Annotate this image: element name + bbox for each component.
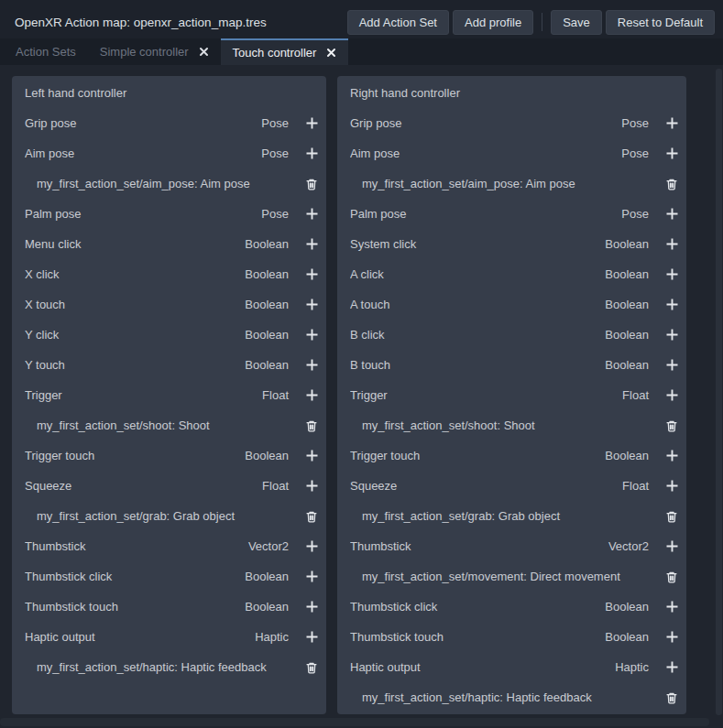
add-binding-button[interactable] [662,204,682,224]
action-type: Vector2 [608,539,649,553]
add-binding-button[interactable] [662,446,682,466]
remove-binding-button[interactable] [662,506,682,527]
action-label: Trigger touch [350,449,605,462]
action-label: Aim pose [25,147,261,160]
plus-icon [665,600,679,614]
action-row: System click Boolean [337,229,686,259]
binding-row: my_first_action_set/haptic: Haptic feedb… [337,682,686,712]
tab-close-icon[interactable] [199,47,209,57]
add-binding-button[interactable] [301,597,322,617]
add-action-set-button[interactable]: Add Action Set [347,10,449,35]
add-binding-button[interactable] [301,204,322,224]
add-binding-button[interactable] [662,537,682,557]
action-label: B touch [350,358,605,372]
action-type: Boolean [605,630,649,644]
add-binding-button[interactable] [662,114,682,134]
add-binding-button[interactable] [301,567,322,587]
action-type: Boolean [605,267,649,281]
save-button[interactable]: Save [551,10,602,35]
tab-close-icon[interactable] [326,48,336,58]
add-binding-button[interactable] [662,265,682,285]
add-binding-button[interactable] [662,657,682,678]
action-type: Boolean [605,358,649,372]
add-binding-button[interactable] [301,355,322,375]
action-row: Grip pose Pose [12,108,326,138]
action-label: A touch [350,298,605,311]
plus-icon [305,207,319,221]
action-type: Boolean [245,449,289,462]
action-type: Boolean [605,298,649,311]
action-label: X touch [25,298,245,311]
add-binding-button[interactable] [301,446,322,466]
remove-binding-button[interactable] [301,657,322,678]
add-binding-button[interactable] [662,144,682,164]
add-binding-button[interactable] [301,386,322,406]
add-profile-button[interactable]: Add profile [453,10,533,35]
action-label: Thumbstick click [25,570,245,583]
add-binding-button[interactable] [301,325,322,345]
add-binding-button[interactable] [662,597,682,617]
add-binding-button[interactable] [662,386,682,406]
tab-action-sets[interactable]: Action Sets [4,38,88,65]
remove-binding-button[interactable] [662,688,682,708]
add-binding-button[interactable] [301,234,322,255]
action-type: Boolean [245,358,289,372]
action-label: Haptic output [350,660,615,674]
add-binding-button[interactable] [301,265,322,285]
tab-simple-controller[interactable]: Simple controller [88,38,221,65]
action-type: Boolean [605,449,649,462]
plus-icon [665,479,679,493]
binding-label: my_first_action_set/grab: Grab object [37,509,301,523]
action-type: Pose [261,207,289,221]
plus-icon [665,630,679,644]
toolbar: OpenXR Action map: openxr_action_map.tre… [0,0,723,38]
remove-binding-button[interactable] [301,506,322,527]
remove-binding-button[interactable] [662,416,682,436]
action-label: Trigger [25,388,262,402]
action-row: Palm pose Pose [337,199,686,229]
binding-row: my_first_action_set/grab: Grab object [12,501,326,531]
action-row: Aim pose Pose [337,138,686,168]
action-type: Haptic [255,630,289,644]
tab-touch-controller[interactable]: Touch controller [221,38,349,65]
action-label: Palm pose [350,207,621,221]
add-binding-button[interactable] [662,325,682,345]
add-binding-button[interactable] [662,355,682,375]
binding-label: my_first_action_set/shoot: Shoot [37,418,301,432]
action-type: Boolean [245,267,289,281]
add-binding-button[interactable] [301,476,322,496]
trash-icon [665,510,678,523]
plus-icon [305,449,319,462]
add-binding-button[interactable] [301,114,322,134]
add-binding-button[interactable] [662,234,682,255]
add-binding-button[interactable] [662,476,682,496]
plus-icon [665,539,679,553]
action-row: Trigger Float [12,380,326,410]
reset-to-default-button[interactable]: Reset to Default [606,10,715,35]
add-binding-button[interactable] [301,627,322,647]
add-binding-button[interactable] [662,295,682,315]
action-row: Thumbstick touch Boolean [337,622,686,652]
add-binding-button[interactable] [301,144,322,164]
action-label: Aim pose [350,147,621,160]
remove-binding-button[interactable] [301,416,322,436]
action-label: Y touch [25,358,245,372]
binding-row: my_first_action_set/aim_pose: Aim pose [337,168,686,199]
action-label: Menu click [25,237,245,251]
action-row: A click Boolean [337,259,686,289]
binding-row: my_first_action_set/shoot: Shoot [337,410,686,440]
remove-binding-button[interactable] [662,174,682,194]
binding-label: my_first_action_set/haptic: Haptic feedb… [362,690,662,704]
remove-binding-button[interactable] [301,174,322,194]
add-binding-button[interactable] [662,627,682,647]
action-label: Thumbstick click [350,600,605,614]
add-binding-button[interactable] [301,537,322,557]
action-label: A click [350,267,605,281]
horizontal-scrollbar[interactable] [0,718,709,726]
remove-binding-button[interactable] [662,567,682,587]
action-row: Thumbstick Vector2 [12,531,326,561]
add-binding-button[interactable] [301,295,322,315]
vertical-scrollbar[interactable] [716,69,722,715]
action-label: Thumbstick touch [350,630,605,644]
action-label: Trigger touch [25,449,245,462]
